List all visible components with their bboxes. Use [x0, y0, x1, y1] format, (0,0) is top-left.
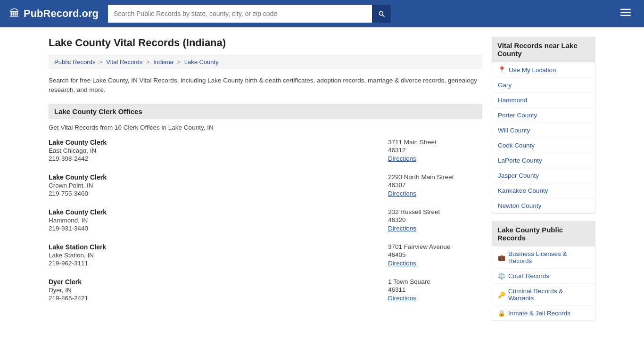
office-name: Dyer Clerk [49, 278, 388, 286]
sidebar-public-records-title: Lake County Public Records [492, 221, 595, 247]
sidebar-item-court[interactable]: ⚖️ Court Records [492, 269, 595, 284]
sidebar-item-porter[interactable]: Porter County [492, 108, 595, 123]
sidebar-item-inmate[interactable]: 🔒 Inmate & Jail Records [492, 306, 595, 321]
use-location-link[interactable]: Use My Location [509, 66, 556, 74]
office-name: Lake County Clerk [49, 173, 388, 181]
office-left: Lake County Clerk Hammond, IN 219-931-34… [49, 208, 388, 232]
office-address: 3701 Fairview Avenue [388, 243, 482, 250]
sidebar-public-list: 💼 Business Licenses & Records ⚖️ Court R… [492, 247, 595, 321]
sidebar-item-laporte[interactable]: LaPorte County [492, 153, 595, 168]
sidebar-item-hammond[interactable]: Hammond [492, 93, 595, 108]
office-zip: 46320 [388, 216, 482, 223]
logo-text: PubRecord.org [24, 8, 99, 20]
search-button[interactable] [372, 5, 391, 23]
office-city: Crown Point, IN [49, 182, 388, 189]
key-icon: 🔑 [498, 291, 505, 298]
directions-link[interactable]: Directions [388, 190, 416, 197]
office-phone: 219-755-3460 [49, 190, 388, 197]
directions-link[interactable]: Directions [388, 225, 416, 232]
office-city: Dyer, IN [49, 287, 388, 294]
menu-button[interactable] [617, 5, 635, 22]
search-icon [378, 10, 385, 17]
directions-link[interactable]: Directions [388, 260, 416, 267]
office-phone: 219-398-2442 [49, 155, 388, 162]
svg-rect-0 [620, 9, 631, 10]
office-right: 232 Russell Street 46320 Directions [388, 208, 482, 232]
sidebar-item-jasper[interactable]: Jasper County [492, 168, 595, 183]
sidebar: Vital Records near Lake County 📍 Use My … [492, 37, 595, 329]
office-zip: 46307 [388, 181, 482, 189]
office-entry: Lake Station Clerk Lake Station, IN 219-… [49, 243, 482, 269]
office-left: Lake County Clerk Crown Point, IN 219-75… [49, 173, 388, 197]
header: 🏛 PubRecord.org [0, 0, 644, 27]
sidebar-item-newton[interactable]: Newton County [492, 198, 595, 213]
office-address: 3711 Main Street [388, 139, 482, 146]
office-left: Lake County Clerk East Chicago, IN 219-3… [49, 139, 388, 162]
office-zip: 46405 [388, 251, 482, 258]
sidebar-item-business[interactable]: 💼 Business Licenses & Records [492, 247, 595, 269]
office-phone: 219-962-3111 [49, 260, 388, 267]
office-left: Lake Station Clerk Lake Station, IN 219-… [49, 243, 388, 267]
office-entry: Lake County Clerk East Chicago, IN 219-3… [49, 139, 482, 164]
location-icon: 📍 [498, 66, 506, 74]
breadcrumb-public-records[interactable]: Public Records [54, 58, 95, 66]
hamburger-icon [620, 7, 631, 17]
office-address: 2293 North Main Street [388, 173, 482, 181]
directions-link[interactable]: Directions [388, 155, 416, 162]
directions-link[interactable]: Directions [388, 295, 416, 302]
page-title: Lake County Vital Records (Indiana) [49, 37, 482, 49]
breadcrumb-vital-records[interactable]: Vital Records [106, 58, 142, 66]
sidebar-item-kankakee[interactable]: Kankakee County [492, 183, 595, 198]
scale-icon: ⚖️ [498, 272, 505, 280]
office-name: Lake County Clerk [49, 139, 388, 146]
breadcrumb-lake-county[interactable]: Lake County [184, 58, 219, 66]
breadcrumb: Public Records > Vital Records > Indiana… [49, 55, 482, 69]
section-header: Lake County Clerk Offices [49, 104, 482, 119]
sidebar-vital-list: 📍 Use My Location Gary Hammond Porter Co… [492, 62, 595, 214]
office-entry: Lake County Clerk Crown Point, IN 219-75… [49, 173, 482, 199]
sidebar-use-location[interactable]: 📍 Use My Location [492, 62, 595, 78]
office-phone: 219-865-2421 [49, 295, 388, 302]
clerk-count-text: Get Vital Records from 10 Clerk Offices … [49, 124, 482, 131]
office-entry: Lake County Clerk Hammond, IN 219-931-34… [49, 208, 482, 234]
office-name: Lake County Clerk [49, 208, 388, 216]
office-right: 1 Town Square 46311 Directions [388, 278, 482, 302]
svg-rect-2 [620, 15, 631, 16]
office-zip: 46312 [388, 147, 482, 154]
offices-list: Lake County Clerk East Chicago, IN 219-3… [49, 139, 482, 304]
office-right: 3711 Main Street 46312 Directions [388, 139, 482, 162]
office-address: 232 Russell Street [388, 208, 482, 215]
breadcrumb-indiana[interactable]: Indiana [153, 58, 173, 66]
office-zip: 46311 [388, 286, 482, 293]
logo-link[interactable]: 🏛 PubRecord.org [9, 8, 99, 20]
office-right: 3701 Fairview Avenue 46405 Directions [388, 243, 482, 267]
search-input[interactable] [108, 5, 372, 23]
office-city: East Chicago, IN [49, 147, 388, 154]
office-left: Dyer Clerk Dyer, IN 219-865-2421 [49, 278, 388, 302]
sidebar-item-criminal[interactable]: 🔑 Criminal Records & Warrants [492, 284, 595, 306]
search-area [108, 5, 391, 23]
lock-icon: 🔒 [498, 310, 505, 317]
briefcase-icon: 💼 [498, 254, 505, 261]
office-phone: 219-931-3440 [49, 225, 388, 232]
page-description: Search for free Lake County, IN Vital Re… [49, 76, 482, 95]
sidebar-vital-records-title: Vital Records near Lake County [492, 37, 595, 62]
office-city: Hammond, IN [49, 217, 388, 224]
sidebar-item-gary[interactable]: Gary [492, 78, 595, 93]
office-entry: Dyer Clerk Dyer, IN 219-865-2421 1 Town … [49, 278, 482, 304]
sidebar-item-will[interactable]: Will County [492, 123, 595, 138]
content-area: Lake County Vital Records (Indiana) Publ… [49, 37, 482, 329]
office-address: 1 Town Square [388, 278, 482, 285]
office-right: 2293 North Main Street 46307 Directions [388, 173, 482, 197]
sidebar-item-cook[interactable]: Cook County [492, 138, 595, 153]
svg-rect-1 [620, 12, 631, 13]
logo-icon: 🏛 [9, 8, 20, 20]
office-name: Lake Station Clerk [49, 243, 388, 251]
office-city: Lake Station, IN [49, 252, 388, 259]
main-container: Lake County Vital Records (Indiana) Publ… [39, 27, 605, 338]
